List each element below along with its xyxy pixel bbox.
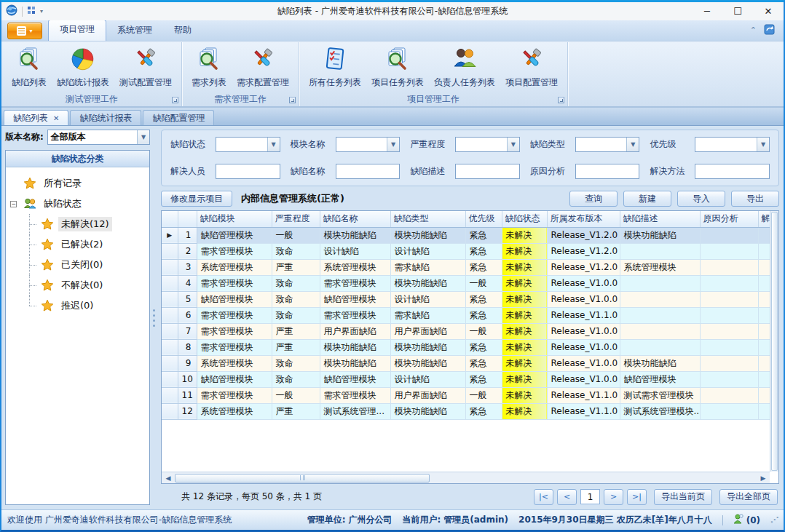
table-row[interactable]: 10缺陷管理模块致命缺陷管理模块设计缺陷紧急未解决Release_V1.0.0缺… [162,371,770,387]
ribbon-tab-3[interactable]: 帮助 [163,20,202,41]
column-header[interactable]: 缺陷类型 [390,211,465,227]
tree-item[interactable]: 已解决(2) [7,234,148,255]
ribbon-button[interactable]: 项目任务列表 [366,43,429,92]
splitter-handle[interactable] [151,126,157,509]
doc-tab-2[interactable]: 缺陷统计报表 [70,110,141,125]
filter-input[interactable] [455,164,520,179]
version-select[interactable]: 全部版本 ▼ [47,130,150,145]
prev-page-button[interactable]: < [557,489,577,505]
tree-item[interactable]: 推迟(0) [7,295,148,316]
table-row[interactable]: 11需求管理模块一般需求管理模块用户界面缺陷一般未解决Release_V1.1.… [162,387,770,403]
sidebar: 版本名称: 全部版本 ▼ 缺陷状态分类 所有记录−缺陷状态未解决(12)已解决(… [1,126,151,509]
ribbon-button[interactable]: 项目配置管理 [500,43,563,92]
search-button[interactable]: 查询 [569,191,618,207]
ribbon-tab-2[interactable]: 系统管理 [106,20,163,41]
ribbon-button[interactable]: 需求列表 [186,43,232,92]
table-row[interactable]: 8需求管理模块严重模块功能缺陷模块功能缺陷紧急未解决Release_V1.0.0 [162,339,770,355]
online-user-icon[interactable] [733,514,743,526]
minimize-button[interactable]: ─ [692,2,722,20]
horizontal-scrollbar[interactable]: ◀ ▶ [162,472,770,483]
column-header[interactable]: 缺陷模块 [197,211,272,227]
ribbon-button[interactable]: 缺陷统计报表 [52,43,114,92]
row-indicator [162,339,178,355]
filter-input[interactable] [575,164,640,179]
last-page-button[interactable]: >| [627,489,647,505]
collapse-ribbon-icon[interactable]: ⌃ [750,28,757,33]
filter-input[interactable] [336,164,401,179]
grid-menu-icon[interactable] [27,6,36,17]
collapse-icon[interactable]: − [10,201,17,207]
chevron-down-icon[interactable]: ▼ [137,130,149,144]
column-header[interactable]: 缺陷状态 [502,211,547,227]
tree-item[interactable]: −缺陷状态 [7,194,148,214]
table-cell: 未解决 [502,355,547,371]
close-button[interactable]: ✕ [753,2,784,20]
scroll-left-icon[interactable]: ◀ [163,475,173,482]
column-header[interactable] [162,211,178,227]
ribbon-button[interactable]: 缺陷列表 [7,43,52,92]
first-page-button[interactable]: |< [534,489,553,505]
table-row[interactable]: 3系统管理模块严重系统管理模块需求缺陷紧急未解决Release_V1.2.0系统… [162,259,770,275]
filter-input[interactable] [216,164,280,179]
dialog-launcher-icon[interactable] [172,97,178,103]
column-header[interactable] [178,211,197,227]
new-button[interactable]: 新建 [623,191,671,207]
filter-label: 严重程度 [410,138,455,151]
filter-combo[interactable]: ▼ [216,137,280,152]
ribbon-button[interactable]: 负责人任务列表 [429,43,500,92]
chevron-down-icon[interactable]: ▼ [387,138,399,151]
chevron-down-icon[interactable]: ▼ [757,138,769,151]
maximize-button[interactable]: ☐ [722,2,753,20]
modify-columns-button[interactable]: 修改显示项目 [161,191,232,207]
column-header[interactable]: 缺陷名称 [320,211,390,227]
table-row[interactable]: 9系统管理模块致命模块功能缺陷模块功能缺陷紧急未解决Release_V1.0.0… [162,355,770,371]
scroll-right-icon[interactable]: ▶ [758,475,768,482]
filter-combo[interactable]: ▼ [695,137,770,152]
table-row[interactable]: 5缺陷管理模块致命缺陷管理模块设计缺陷紧急未解决Release_V1.0.0 [162,291,770,307]
table-row[interactable]: 7需求管理模块严重用户界面缺陷用户界面缺陷一般未解决Release_V1.0.0 [162,323,770,339]
app-menu-button[interactable]: ▾ [7,23,42,39]
table-row[interactable]: 12系统管理模块严重测试系统管理...模块功能缺陷紧急未解决Release_V1… [162,403,770,419]
tree-item[interactable]: 不解决(0) [7,275,148,295]
column-header[interactable]: 原因分析 [700,211,758,227]
ribbon-button[interactable]: 所有任务列表 [304,43,366,92]
ribbon-tab-1[interactable]: 项目管理 [48,20,106,41]
table-row[interactable]: 6需求管理模块致命需求管理模块需求缺陷紧急未解决Release_V1.1.0 [162,307,770,323]
page-number-input[interactable] [580,489,600,504]
chevron-down-icon[interactable]: ▼ [626,138,639,151]
next-page-button[interactable]: > [604,489,623,505]
export-all-pages-button[interactable]: 导出全部页 [719,489,778,505]
table-row[interactable]: 4需求管理模块致命需求管理模块模块功能缺陷一般未解决Release_V1.0.0 [162,275,770,291]
resize-grip[interactable]: ⋰ [770,515,778,525]
chevron-down-icon[interactable]: ▼ [507,138,519,151]
chevron-down-icon[interactable]: ▾ [40,8,43,15]
chevron-down-icon[interactable]: ▼ [267,138,280,151]
column-header[interactable]: 优先级 [465,211,502,227]
close-tab-icon[interactable]: ✕ [53,111,59,125]
tree-item[interactable]: 已关闭(0) [7,255,148,275]
filter-combo[interactable]: ▼ [575,137,640,152]
export-current-page-button[interactable]: 导出当前页 [654,489,712,505]
vertical-scrollbar[interactable] [770,211,778,472]
tree-item[interactable]: 未解决(12) [7,214,148,234]
column-header[interactable]: 所属发布版本 [547,211,620,227]
ribbon-button[interactable]: 测试配置管理 [114,43,177,92]
filter-input[interactable] [695,164,770,179]
dialog-launcher-icon[interactable] [558,97,564,103]
export-button[interactable]: 导出 [731,191,779,207]
column-header[interactable]: 解决方法 [758,211,770,227]
filter-combo[interactable]: ▼ [455,137,520,152]
column-header[interactable]: 严重程度 [272,211,320,227]
table-row[interactable]: ▶1缺陷管理模块一般模块功能缺陷模块功能缺陷紧急未解决Release_V1.2.… [162,227,770,243]
table-row[interactable]: 2需求管理模块致命设计缺陷设计缺陷紧急未解决Release_V1.2.0 [162,243,770,259]
import-button[interactable]: 导入 [677,191,725,207]
column-header[interactable]: 缺陷描述 [620,211,700,227]
scrollbar-thumb[interactable] [175,474,430,483]
doc-tab-1[interactable]: 缺陷列表✕ [4,110,68,125]
tree-item[interactable]: 所有记录 [7,173,148,194]
filter-combo[interactable]: ▼ [336,137,401,152]
dialog-launcher-icon[interactable] [289,97,296,103]
ribbon-button[interactable]: 需求配置管理 [232,43,294,92]
doc-tab-3[interactable]: 缺陷配置管理 [143,110,214,125]
help-icon[interactable] [764,23,776,38]
